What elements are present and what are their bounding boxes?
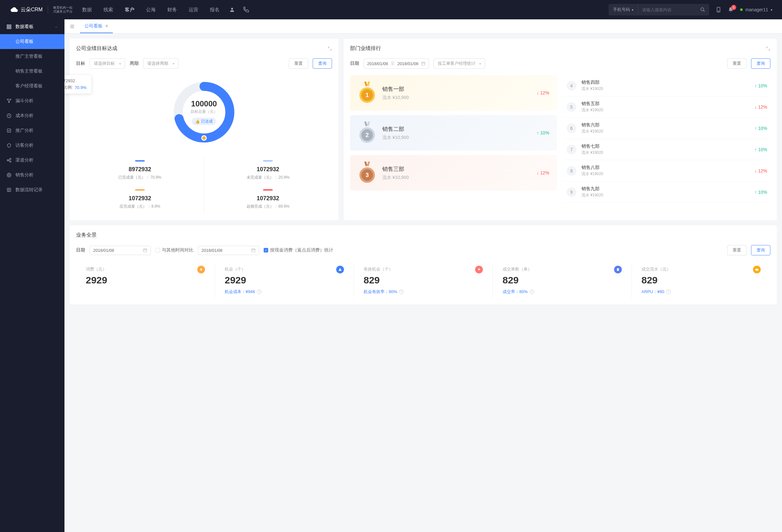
- sidebar-item[interactable]: 销售分析: [0, 168, 65, 182]
- svg-point-13: [7, 173, 11, 177]
- date-input[interactable]: 2018/01/08: [90, 246, 151, 255]
- sidebar-item[interactable]: 漏斗分析: [0, 94, 65, 108]
- svg-rect-19: [422, 62, 425, 65]
- rank-row[interactable]: 9销售九部流水 ¥19020↑ 10%: [564, 181, 771, 203]
- rank-number: 9: [567, 187, 576, 197]
- rank-card[interactable]: 3销售三部流水 ¥10,900↓ 12%: [350, 155, 557, 190]
- chevron-up-icon: ︿: [55, 25, 58, 29]
- expand-icon[interactable]: [766, 46, 771, 51]
- rank-row[interactable]: 4销售四部流水 ¥19020↑ 10%: [564, 75, 771, 96]
- reset-button[interactable]: 重置: [289, 58, 308, 69]
- arrow-icon: ↑: [755, 147, 757, 152]
- sidebar-item[interactable]: 访客分析: [0, 138, 65, 153]
- search-box: 手机号码▾: [609, 4, 709, 15]
- rank-pct: ↑ 10%: [755, 147, 767, 152]
- search-type-select[interactable]: 手机号码▾: [609, 4, 638, 15]
- metric-label: 成交流水（元）: [641, 266, 761, 272]
- nav-item[interactable]: 财务: [167, 7, 177, 13]
- rank-pct: ↑ 10%: [755, 126, 767, 131]
- svg-text:1: 1: [365, 92, 369, 98]
- nav-item[interactable]: 公海: [146, 7, 156, 13]
- expand-icon[interactable]: [327, 46, 332, 51]
- phone-icon[interactable]: [243, 7, 249, 12]
- chevron-down-icon: ▾: [119, 62, 121, 66]
- stat-num: 1072932: [76, 195, 204, 202]
- label-date: 日期: [76, 247, 85, 253]
- logo[interactable]: 云朵CRM 教育机构一站式服务云平台: [10, 6, 73, 13]
- date-range-input[interactable]: 2018/01/08 至 2018/01/08: [364, 58, 429, 69]
- rank-name: 销售六部: [581, 122, 749, 128]
- metric-icon: [475, 266, 483, 274]
- calendar-icon: [251, 248, 256, 252]
- select-groupby[interactable]: 按工单客户经理统计▾: [433, 58, 485, 69]
- sidebar-item[interactable]: 数据流转记录: [0, 182, 65, 197]
- rank-row[interactable]: 6销售六部流水 ¥19020↑ 10%: [564, 118, 771, 139]
- nav-item[interactable]: 线索: [104, 7, 113, 13]
- select-period[interactable]: 请选择周期▾: [143, 58, 179, 69]
- nav-item[interactable]: 运营: [188, 7, 198, 13]
- rank-card[interactable]: 1销售一部流水 ¥10,900↓ 12%: [350, 75, 557, 111]
- rank-row[interactable]: 7销售七部流水 ¥19020↑ 10%: [564, 139, 771, 160]
- mobile-icon[interactable]: [716, 7, 721, 12]
- rank-pct: ↑ 10%: [755, 83, 767, 88]
- tab-company-dashboard[interactable]: 公司看板 ✕: [80, 19, 113, 33]
- donut-total: 100000: [190, 99, 218, 108]
- brand-sub: 教育机构一站式服务云平台: [53, 6, 73, 13]
- sidebar-item[interactable]: 推广分析: [0, 123, 65, 138]
- metric-icon: [753, 266, 761, 274]
- help-icon[interactable]: ?: [257, 289, 261, 294]
- rank-card[interactable]: 2销售二部流水 ¥10,900↑ 10%: [350, 115, 557, 150]
- sidebar-group-dashboard[interactable]: 数据看板 ︿: [0, 19, 65, 34]
- user-icon[interactable]: [229, 7, 235, 12]
- rank-row[interactable]: 5销售五部流水 ¥19020↓ 12%: [564, 96, 771, 118]
- search-button[interactable]: [696, 7, 709, 12]
- metric: 成交流水（元）829ARPU：¥80?: [632, 263, 771, 298]
- medal-icon: 2: [358, 121, 377, 144]
- query-button[interactable]: 查询: [751, 245, 771, 255]
- checkbox-compare[interactable]: 与其他时间对比: [155, 247, 193, 253]
- reset-button[interactable]: 重置: [727, 245, 747, 255]
- close-icon[interactable]: ✕: [105, 24, 108, 28]
- sidebar-sub-item[interactable]: 公司看板: [0, 34, 65, 49]
- query-button[interactable]: 查询: [751, 58, 771, 69]
- user-menu[interactable]: manager11 ▾: [740, 7, 772, 12]
- stat-bar: [135, 189, 145, 190]
- sidebar-sub-item[interactable]: 客户经理看板: [0, 79, 65, 94]
- nav-item[interactable]: 客户: [125, 7, 134, 13]
- filter-row: 日期 2018/01/08 至 2018/01/08 按工单客户经理统计▾ 重置…: [350, 58, 771, 69]
- nav-item[interactable]: 报名: [210, 7, 219, 13]
- help-icon[interactable]: ?: [530, 289, 534, 294]
- sidebar-toggle[interactable]: [70, 24, 75, 29]
- sidebar-item[interactable]: 渠道分析: [0, 153, 65, 168]
- help-icon[interactable]: ?: [399, 289, 403, 294]
- search-input[interactable]: [638, 7, 696, 12]
- bell-icon[interactable]: 5: [728, 7, 734, 12]
- reset-button[interactable]: 重置: [727, 58, 747, 69]
- help-icon[interactable]: ?: [666, 289, 671, 294]
- stat-label: 未完成量（元）|20.9%: [204, 175, 332, 180]
- status-dot: [740, 8, 743, 11]
- sidebar-item[interactable]: 成本分析: [0, 108, 65, 123]
- nav-items: 数据线索客户公海财务运营报名: [82, 7, 219, 13]
- rank-sub: 流水 ¥10,900: [382, 135, 531, 141]
- rank-number: 4: [567, 81, 576, 91]
- content: 公司看板 ✕ 公司业绩目标达成 目标 请选择目标▾ 周期 请选择周期▾: [65, 19, 782, 532]
- rank-pct: ↓ 12%: [755, 168, 767, 174]
- nav-right: 手机号码▾ 5 manager11 ▾: [609, 4, 772, 15]
- label-period: 周期: [130, 61, 139, 66]
- rank-number: 5: [567, 102, 576, 112]
- rank-pct: ↓ 12%: [537, 90, 549, 96]
- sidebar-sub-item[interactable]: 推广主管看板: [0, 49, 65, 64]
- date-input-compare[interactable]: 2018/01/08: [198, 246, 259, 255]
- filter-row: 目标 请选择目标▾ 周期 请选择周期▾ 重置 查询: [76, 58, 332, 69]
- divider: [48, 6, 48, 13]
- rank-row[interactable]: 8销售八部流水 ¥19020↓ 12%: [564, 160, 771, 181]
- metric-icon: [614, 266, 622, 274]
- select-target[interactable]: 请选择目标▾: [90, 58, 125, 69]
- query-button[interactable]: 查询: [313, 58, 332, 69]
- card-goal: 公司业绩目标达成 目标 请选择目标▾ 周期 请选择周期▾ 重置 查询: [70, 39, 339, 220]
- tabs-bar: 公司看板 ✕: [65, 19, 782, 34]
- nav-item[interactable]: 数据: [82, 7, 92, 13]
- sidebar-sub-item[interactable]: 销售主管看板: [0, 64, 65, 79]
- checkbox-stat[interactable]: ✓按现金消费（返点后消费）统计: [264, 247, 333, 253]
